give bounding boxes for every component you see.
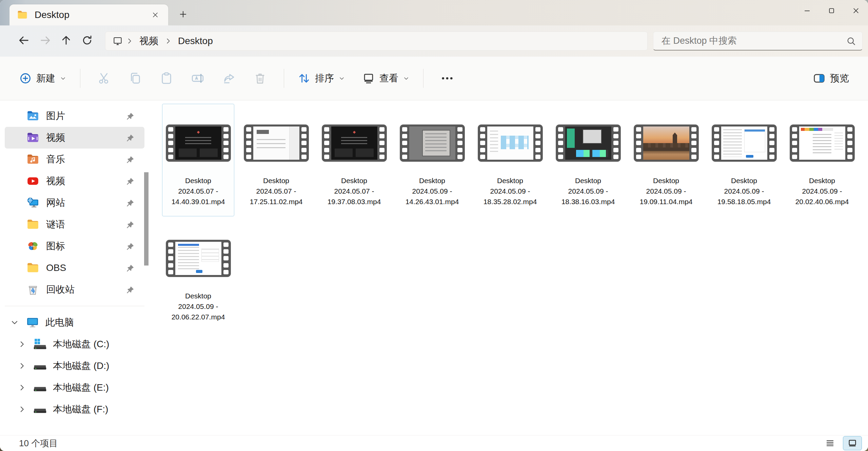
- thumb-detail: [490, 131, 498, 154]
- filmstrip-hole: [223, 263, 229, 268]
- filmstrip-holes: [322, 125, 331, 161]
- filmstrip-hole: [480, 148, 485, 152]
- sidebar-item-recycle-bin[interactable]: 回收站: [5, 279, 144, 300]
- youtube-icon: [26, 175, 39, 188]
- filmstrip-hole: [714, 155, 719, 159]
- list-view-button[interactable]: [821, 436, 840, 450]
- breadcrumb-item-desktop[interactable]: Desktop: [175, 36, 216, 46]
- video-frame-preview: [175, 126, 221, 160]
- file-tile[interactable]: Desktop 2024.05.09 - 20.02.40.06.mp4: [786, 104, 858, 216]
- share-button[interactable]: [217, 67, 241, 89]
- filmstrip-hole: [223, 155, 229, 159]
- back-button[interactable]: [14, 31, 35, 51]
- minimize-button[interactable]: [795, 0, 819, 21]
- new-button-label: 新建: [36, 72, 55, 85]
- search-box[interactable]: [653, 32, 863, 51]
- filmstrip-hole: [535, 127, 540, 132]
- thumb-detail: [576, 150, 608, 157]
- filmstrip-hole: [223, 148, 229, 152]
- sidebar-item-miyu[interactable]: 谜语: [5, 214, 144, 235]
- video-frame-preview: [253, 126, 299, 160]
- new-button[interactable]: 新建: [14, 67, 72, 90]
- file-tile[interactable]: Desktop 2024.05.09 - 20.06.22.07.mp4: [162, 219, 234, 332]
- file-tile[interactable]: Desktop 2024.05.09 - 18.35.28.02.mp4: [474, 104, 546, 216]
- delete-button[interactable]: [248, 67, 272, 89]
- filmstrip-hole: [324, 141, 329, 145]
- music-folder-icon: [26, 153, 39, 166]
- copy-button[interactable]: [123, 67, 147, 89]
- recycle-bin-icon: [26, 283, 39, 296]
- filmstrip-hole: [223, 256, 229, 260]
- sidebar-item-drive-d[interactable]: 本地磁盘 (D:): [0, 355, 149, 377]
- maximize-button[interactable]: [819, 0, 844, 21]
- filmstrip-hole: [379, 134, 384, 138]
- sidebar-item-website[interactable]: 网站: [5, 192, 144, 214]
- filmstrip-hole: [613, 134, 618, 138]
- sidebar-item-this-pc[interactable]: 此电脑: [0, 312, 149, 333]
- pin-icon: [126, 177, 135, 186]
- breadcrumb-item-videos[interactable]: 视频: [136, 35, 162, 47]
- close-button[interactable]: [844, 0, 868, 21]
- folder-icon: [26, 261, 39, 274]
- file-tile[interactable]: Desktop 2024.05.07 - 17.25.11.02.mp4: [240, 104, 312, 216]
- file-tile[interactable]: Desktop 2024.05.07 - 19.37.08.03.mp4: [318, 104, 390, 216]
- breadcrumb[interactable]: 视频 Desktop: [105, 32, 648, 51]
- filmstrip-hole: [324, 127, 329, 132]
- up-button[interactable]: [56, 31, 77, 51]
- filmstrip-hole: [769, 141, 774, 145]
- sort-button[interactable]: 排序: [292, 67, 351, 90]
- sidebar-item-obs[interactable]: OBS: [5, 257, 144, 279]
- refresh-button[interactable]: [77, 31, 98, 51]
- search-input[interactable]: [662, 36, 846, 46]
- sidebar-item-label: 本地磁盘 (E:): [53, 381, 109, 394]
- sidebar-item-label: 视频: [46, 175, 126, 188]
- tab-close-icon[interactable]: [149, 8, 162, 22]
- thumb-detail: [289, 126, 299, 160]
- sidebar-item-drive-e[interactable]: 本地磁盘 (E:): [0, 377, 149, 398]
- search-icon: [846, 36, 856, 46]
- sidebar-item-music[interactable]: 音乐: [5, 149, 144, 170]
- file-tile[interactable]: Desktop 2024.05.09 - 14.26.43.01.mp4: [396, 104, 468, 216]
- filmstrip-hole: [480, 141, 485, 145]
- sort-arrows-icon: [298, 72, 311, 85]
- new-tab-button[interactable]: [174, 5, 193, 24]
- file-tile[interactable]: Desktop 2024.05.09 - 19.58.18.05.mp4: [708, 104, 780, 216]
- thumbnail-view-button[interactable]: [843, 436, 862, 450]
- sidebar-item-videos[interactable]: 视频: [5, 127, 144, 149]
- filmstrip-holes: [221, 240, 231, 277]
- thumb-detail: [425, 133, 447, 152]
- filmstrip-hole: [714, 127, 719, 132]
- sidebar-item-label: 音乐: [46, 153, 126, 166]
- view-button[interactable]: 查看: [357, 67, 415, 90]
- forward-button[interactable]: [35, 31, 56, 51]
- sidebar-item-label: 本地磁盘 (D:): [53, 359, 109, 372]
- tab-title: Desktop: [35, 9, 149, 20]
- sidebar-item-pictures[interactable]: 图片: [5, 105, 144, 127]
- sidebar-scrollbar[interactable]: [144, 172, 149, 266]
- filmstrip-holes: [400, 125, 409, 161]
- filmstrip-hole: [168, 270, 173, 274]
- filmstrip-hole: [613, 141, 618, 145]
- filmstrip-hole: [301, 134, 307, 138]
- thumb-detail: [257, 139, 285, 150]
- sidebar-item-drive-f[interactable]: 本地磁盘 (F:): [0, 398, 149, 420]
- delete-icon: [253, 71, 267, 85]
- preview-button[interactable]: 预览: [807, 67, 854, 90]
- filmstrip-hole: [769, 155, 774, 159]
- sidebar-item-youtube[interactable]: 视频: [5, 170, 144, 192]
- rename-button[interactable]: [185, 67, 210, 89]
- filmstrip-hole: [636, 127, 641, 132]
- more-options-button[interactable]: [435, 67, 459, 89]
- sidebar-item-icons[interactable]: 图标: [5, 235, 144, 257]
- website-icon: [26, 196, 39, 209]
- paste-button[interactable]: [154, 67, 179, 89]
- sidebar-item-label: 图片: [46, 110, 126, 122]
- tab-desktop[interactable]: Desktop: [9, 4, 168, 25]
- file-tile[interactable]: Desktop 2024.05.07 - 14.40.39.01.mp4: [162, 104, 234, 216]
- filmstrip-hole: [792, 134, 797, 138]
- file-tile[interactable]: Desktop 2024.05.09 - 18.38.16.03.mp4: [552, 104, 624, 216]
- sidebar-item-drive-c[interactable]: 本地磁盘 (C:): [0, 333, 149, 355]
- filmstrip-hole: [613, 127, 618, 132]
- file-tile[interactable]: Desktop 2024.05.09 - 19.09.11.04.mp4: [630, 104, 702, 216]
- cut-button[interactable]: [92, 67, 116, 89]
